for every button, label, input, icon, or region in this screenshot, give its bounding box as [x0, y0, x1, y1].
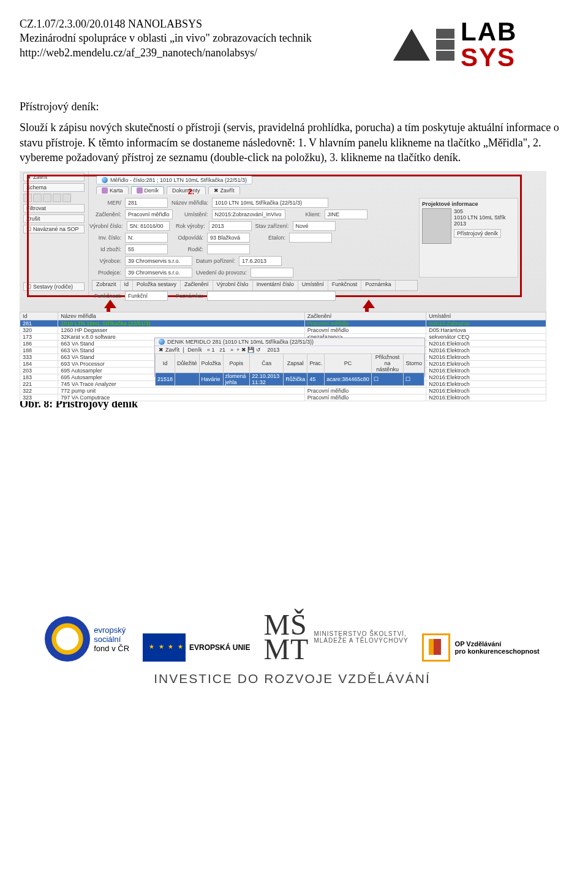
- logo: LAB SYS: [393, 17, 565, 72]
- diary-grid[interactable]: IdDůležitéPoložkaPopisČasZapsalPrac.PCPř…: [155, 353, 424, 386]
- column-header[interactable]: Id: [121, 281, 134, 290]
- table-row[interactable]: 3201260 HP DegasserPracovní měřidloD05:H…: [20, 327, 546, 334]
- column-header[interactable]: Zobrazit: [92, 281, 121, 290]
- column-header[interactable]: Umístění: [298, 281, 328, 290]
- zacleneni-field[interactable]: Pracovní měřidlo: [125, 210, 173, 219]
- paragraph: Slouží k zápisu nových skutečností o pří…: [20, 120, 565, 165]
- klient-field[interactable]: JINE: [325, 210, 368, 219]
- form-area: MER/ 281 Název měřidla: 1010 LTN 10mL St…: [89, 198, 419, 290]
- diary-column-header[interactable]: Čas: [250, 354, 284, 373]
- column-header[interactable]: Položka sestavy: [133, 281, 181, 290]
- arrow-2-icon: [363, 300, 375, 308]
- table-row[interactable]: 2811010 LTN 10mL Stříkačka (22/51/3)Prac…: [20, 320, 546, 327]
- prodejce-field[interactable]: 39 Chromservis s.r.o.: [125, 268, 192, 278]
- provoz-field[interactable]: [251, 268, 293, 278]
- body-text: Přístrojový deník: Slouží k zápisu novýc…: [20, 99, 565, 165]
- umisteni-field[interactable]: N2015:Zobrazování_InVivo: [212, 210, 285, 219]
- arrow-1-icon: [104, 300, 116, 308]
- list-column-header[interactable]: Začlenění: [304, 312, 426, 320]
- close-icon: ✖: [159, 347, 164, 353]
- poznamka-field[interactable]: [207, 291, 336, 301]
- tab-denik[interactable]: Deník: [131, 186, 165, 194]
- column-header[interactable]: Inventární číslo: [253, 281, 298, 290]
- project-code: CZ.1.07/2.3.00/20.0148 NANOLABSYS: [20, 17, 312, 31]
- esf-circle-icon: [45, 616, 90, 662]
- table-row[interactable]: 322772 pump unitPracovní měřidloN2016:El…: [20, 388, 546, 395]
- tab-row: Karta Deník Dokumenty ✖Zavřít: [96, 186, 240, 194]
- mid-column-headers: ZobrazitIdPoložka sestavyZačleněníVýrobn…: [92, 280, 418, 291]
- window-titlebar: Měřidlo - číslo:281 ; 1010 LTN 10mL Stří…: [96, 176, 252, 184]
- table-row[interactable]: 323797 VA ComputracePracovní měřidloN201…: [20, 395, 546, 401]
- diary-subwindow: DENIK MERIDLO 281 (1010 LTN 10mL Stříkač…: [154, 338, 425, 377]
- diary-column-header[interactable]: PC: [325, 354, 372, 373]
- column-header[interactable]: Výrobní číslo: [213, 281, 253, 290]
- mer-id-field[interactable]: 281: [125, 198, 168, 208]
- card-icon: [102, 187, 108, 194]
- etalon-field[interactable]: [289, 233, 332, 243]
- logo-bars-icon: [436, 29, 454, 61]
- diary-column-header[interactable]: Popis: [223, 354, 250, 373]
- info-icon: [159, 339, 165, 345]
- eu-logo: EVROPSKÁ UNIE: [143, 633, 250, 662]
- info-icon: [102, 177, 108, 183]
- column-header[interactable]: Poznámka: [361, 281, 396, 290]
- header-left: CZ.1.07/2.3.00/20.0148 NANOLABSYS Meziná…: [20, 17, 312, 60]
- tab-zavrit[interactable]: ✖Zavřít: [208, 186, 240, 194]
- msmt-glyph-icon: MŠMT: [263, 613, 309, 662]
- sponsor-footer: evropský sociální fond v ČR EVROPSKÁ UNI…: [20, 613, 565, 662]
- diary-column-header[interactable]: Storno: [404, 354, 424, 373]
- esf-logo: evropský sociální fond v ČR: [45, 616, 129, 662]
- invest-tagline: INVESTICE DO ROZVOJE VZDĚLÁVÁNÍ: [20, 671, 565, 686]
- logo-text: LAB SYS: [461, 19, 517, 70]
- logo-cube-icon: [393, 29, 430, 61]
- subwindow-titlebar: DENIK MERIDLO 281 (1010 LTN 10mL Stříkač…: [155, 338, 424, 346]
- logo-text-red: SYS: [461, 43, 516, 72]
- vyrobce-field[interactable]: 39 Chromservis s.r.o.: [125, 256, 192, 266]
- sideinfo-title: Projektové informace: [422, 201, 515, 207]
- vyrobni-field[interactable]: SN: 81016/00: [127, 221, 170, 231]
- diary-icon: [137, 187, 143, 194]
- rodic-field[interactable]: [207, 244, 250, 254]
- diary-column-header[interactable]: Zapsal: [284, 354, 307, 373]
- eu-flag-icon: [143, 633, 186, 662]
- window-title-text: Měřidlo - číslo:281 ; 1010 LTN 10mL Stří…: [110, 177, 247, 183]
- project-info-panel: Projektové informace 305 1010 LTN 10mL S…: [419, 198, 518, 278]
- diary-column-header[interactable]: Prac.: [307, 354, 325, 373]
- column-header[interactable]: Funkčnost: [328, 281, 362, 290]
- rok-field[interactable]: 2013: [209, 221, 252, 231]
- diary-column-header[interactable]: Přiložnost na nástěnku: [371, 354, 404, 373]
- subwindow-toolbar[interactable]: ✖ Zavřít | Deník « 1 z1 » + ✖ 💾 ↺ 2013: [155, 346, 424, 353]
- list-column-header[interactable]: Název měřidla: [58, 312, 304, 320]
- thumb-image: [422, 208, 451, 244]
- column-header[interactable]: Začlenění: [181, 281, 213, 290]
- stav-field[interactable]: Nové: [293, 221, 336, 231]
- diary-column-header[interactable]: Položka: [199, 354, 223, 373]
- project-subtitle: Mezinárodní spolupráce v oblasti „in viv…: [20, 31, 312, 45]
- idzbozi-field[interactable]: 55: [125, 244, 168, 254]
- tab-karta[interactable]: Karta: [96, 186, 129, 194]
- marker-2: 2.: [188, 187, 194, 196]
- app-screenshot: ✖Zavřít Schema Filtrovat Zrušit ☐Navázan…: [20, 171, 546, 379]
- mer-label: MER/: [89, 200, 121, 206]
- logo-text-black: LAB: [461, 17, 517, 46]
- msmt-logo: MŠMT MINISTERSTVO ŠKOLSTVÍ, MLÁDEŽE A TĚ…: [263, 613, 408, 662]
- project-url: http://web2.mendelu.cz/af_239_nanotech/n…: [20, 46, 312, 60]
- name-label: Název měřidla:: [172, 200, 208, 206]
- odpovida-field[interactable]: 93 Blažková: [207, 233, 250, 243]
- name-field[interactable]: 1010 LTN 10mL Stříkačka (22/51/3): [212, 198, 328, 208]
- porizeni-field[interactable]: 17.6.2013: [239, 256, 282, 266]
- list-column-header[interactable]: Umístění: [426, 312, 546, 320]
- diary-column-header[interactable]: Důležité: [175, 354, 200, 373]
- op-logo: OP Vzdělávání pro konkurenceschopnost: [422, 633, 540, 662]
- diary-column-header[interactable]: Id: [156, 354, 175, 373]
- page-header: CZ.1.07/2.3.00/20.0148 NANOLABSYS Meziná…: [20, 17, 565, 72]
- op-square-icon: [422, 633, 450, 662]
- section-title: Přístrojový deník:: [20, 99, 565, 114]
- inv-field[interactable]: N:: [125, 233, 168, 243]
- device-diary-button[interactable]: Přístrojový deník: [454, 229, 501, 238]
- tab-dokumenty[interactable]: Dokumenty: [167, 186, 206, 194]
- funkcnost-field[interactable]: Funkční: [125, 291, 168, 301]
- list-column-header[interactable]: Id: [20, 312, 58, 320]
- close-icon: ✖: [214, 187, 219, 194]
